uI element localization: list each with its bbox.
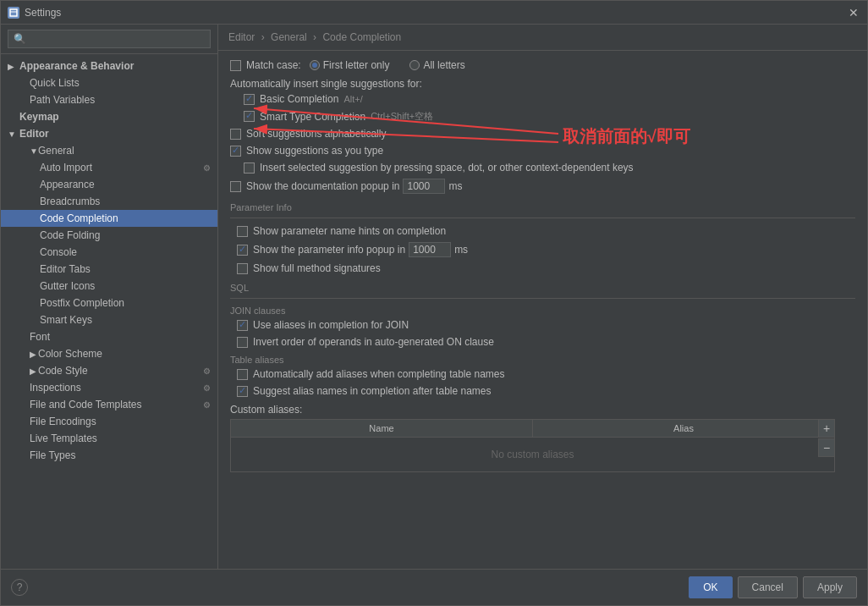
sidebar-item-breadcrumbs[interactable]: Breadcrumbs: [1, 193, 217, 210]
general-arrow: ▼: [30, 146, 38, 156]
radio-group-match-case: First letter only All letters: [310, 59, 465, 71]
match-case-label: Match case:: [246, 59, 301, 71]
sidebar-item-label: Appearance: [40, 179, 95, 190]
breadcrumb-sep-2: ›: [313, 31, 319, 43]
sidebar-item-console[interactable]: Console: [1, 244, 217, 261]
sidebar-item-label: Appearance & Behavior: [19, 60, 134, 72]
auto-insert-label: Automatically insert single suggestions …: [230, 78, 422, 90]
help-button[interactable]: ?: [11, 579, 28, 596]
basic-completion-checkbox[interactable]: [244, 94, 255, 105]
invert-order-checkbox[interactable]: [237, 337, 248, 348]
sidebar-item-quick-lists[interactable]: Quick Lists: [1, 74, 217, 91]
insert-selected-checkbox[interactable]: [244, 163, 255, 174]
full-signatures-label: Show full method signatures: [253, 262, 381, 274]
ok-button[interactable]: OK: [689, 576, 732, 598]
sidebar-item-file-code-templates[interactable]: File and Code Templates ⚙: [1, 396, 217, 413]
sidebar-item-color-scheme[interactable]: ▶ Color Scheme: [1, 345, 217, 362]
sidebar-item-smart-keys[interactable]: Smart Keys: [1, 311, 217, 328]
param-popup-input[interactable]: [409, 242, 451, 257]
sidebar-item-editor-tabs[interactable]: Editor Tabs: [1, 261, 217, 278]
sidebar-item-inspections[interactable]: Inspections ⚙: [1, 379, 217, 396]
sidebar-item-file-types[interactable]: File Types: [1, 447, 217, 464]
sidebar-item-code-style[interactable]: ▶ Code Style ⚙: [1, 362, 217, 379]
apply-button[interactable]: Apply: [803, 576, 857, 598]
radio-all-letters-label: All letters: [423, 59, 464, 71]
param-popup-checkbox[interactable]: [237, 245, 248, 256]
sidebar-item-postfix-completion[interactable]: Postfix Completion: [1, 295, 217, 311]
smart-completion-checkbox[interactable]: [244, 111, 255, 122]
sidebar-item-keymap[interactable]: Keymap: [1, 108, 217, 125]
use-aliases-label: Use aliases in completion for JOIN: [253, 319, 409, 331]
sidebar-item-label: Inspections: [30, 382, 81, 394]
sidebar-item-appearance[interactable]: Appearance: [1, 176, 217, 193]
sidebar-item-label: Breadcrumbs: [40, 196, 100, 207]
radio-first-letter-label: First letter only: [323, 59, 390, 71]
breadcrumb-part-2: General: [271, 31, 307, 43]
suggest-alias-label: Suggest alias names in completion after …: [253, 385, 492, 397]
table-aliases-label: Table aliases: [230, 355, 855, 365]
sidebar-item-label: File Types: [30, 449, 75, 461]
table-remove-button[interactable]: −: [818, 438, 835, 457]
param-popup-label-before: Show the parameter info popup in: [253, 244, 405, 256]
doc-popup-ms-label: ms: [448, 180, 462, 192]
custom-aliases-label: Custom aliases:: [230, 404, 302, 416]
show-doc-popup-checkbox[interactable]: [230, 181, 241, 192]
table-add-button[interactable]: +: [818, 419, 835, 438]
sidebar-tree: ▶ Appearance & Behavior Quick Lists Path…: [1, 54, 217, 569]
doc-popup-input[interactable]: [403, 179, 445, 194]
search-input[interactable]: [8, 30, 211, 48]
sidebar-item-file-encodings[interactable]: File Encodings: [1, 413, 217, 430]
cancel-button[interactable]: Cancel: [738, 576, 798, 598]
auto-add-aliases-label: Automatically add aliases when completin…: [253, 368, 505, 380]
table-empty-text: No custom aliases: [491, 449, 574, 460]
code-style-arrow: ▶: [30, 366, 38, 376]
sql-section-label: SQL: [230, 283, 855, 293]
radio-first-letter[interactable]: First letter only: [310, 59, 390, 71]
sidebar-item-label: Live Templates: [30, 432, 97, 444]
sidebar-item-general[interactable]: ▼ General: [1, 142, 217, 159]
sidebar-item-code-completion[interactable]: Code Completion: [1, 210, 217, 227]
sidebar-item-editor[interactable]: ▼ Editor: [1, 125, 217, 142]
sidebar-item-label: Code Folding: [40, 229, 100, 241]
use-aliases-checkbox[interactable]: [237, 320, 248, 331]
sidebar-item-label: Quick Lists: [30, 77, 80, 89]
sidebar-item-appearance-behavior[interactable]: ▶ Appearance & Behavior: [1, 58, 217, 74]
show-suggestions-checkbox[interactable]: [230, 146, 241, 157]
sidebar-item-path-variables[interactable]: Path Variables: [1, 91, 217, 108]
svg-rect-0: [10, 9, 17, 16]
sidebar-item-label: Code Completion: [40, 212, 118, 224]
param-info-section-label: Parameter Info: [230, 202, 855, 212]
param-info-divider: [230, 218, 855, 218]
sidebar-item-code-folding[interactable]: Code Folding: [1, 227, 217, 244]
breadcrumb-part-3: Code Completion: [322, 31, 401, 43]
sort-alpha-checkbox[interactable]: [230, 129, 241, 140]
custom-aliases-table: Name Alias No custom aliases + −: [230, 419, 835, 472]
sidebar-item-label: Color Scheme: [38, 348, 102, 360]
basic-completion-shortcut: Alt+/: [343, 94, 362, 104]
sidebar-item-auto-import[interactable]: Auto Import ⚙: [1, 159, 217, 176]
sidebar-item-label: File and Code Templates: [30, 399, 142, 410]
radio-all-letters[interactable]: All letters: [409, 59, 464, 71]
radio-first-letter-indicator: [310, 60, 320, 70]
sidebar-item-label: Console: [40, 246, 77, 258]
auto-add-aliases-checkbox[interactable]: [237, 369, 248, 380]
invert-order-label: Invert order of operands in auto-generat…: [253, 336, 494, 348]
suggest-alias-checkbox[interactable]: [237, 386, 248, 397]
sort-alpha-label: Sort suggestions alphabetically: [246, 128, 386, 140]
content-area: Match case: First letter only All letter…: [218, 51, 867, 569]
sidebar-item-label: Keymap: [19, 111, 59, 123]
sidebar-item-label: Code Style: [38, 365, 88, 377]
param-popup-ms-label: ms: [454, 244, 468, 256]
sidebar-item-gutter-icons[interactable]: Gutter Icons: [1, 278, 217, 295]
join-clauses-label: JOIN clauses: [230, 306, 855, 316]
match-case-checkbox[interactable]: [230, 60, 241, 71]
sidebar-item-font[interactable]: Font: [1, 328, 217, 345]
sidebar-item-live-templates[interactable]: Live Templates: [1, 430, 217, 447]
close-button[interactable]: ✕: [847, 6, 860, 19]
param-hints-checkbox[interactable]: [237, 226, 248, 237]
sidebar-item-label: File Encodings: [30, 416, 96, 427]
sidebar-item-label: Gutter Icons: [40, 280, 95, 292]
sidebar-item-label: Editor: [19, 128, 49, 140]
settings-icon: ⚙: [203, 383, 211, 393]
full-signatures-checkbox[interactable]: [237, 263, 248, 274]
